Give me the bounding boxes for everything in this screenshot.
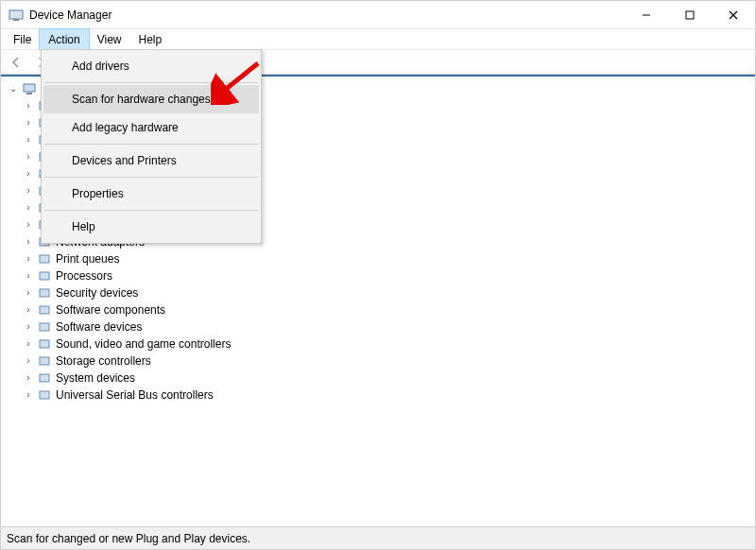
window-title: Device Manager [29, 9, 112, 22]
tree-category[interactable]: ›Universal Serial Bus controllers [3, 387, 753, 404]
expand-icon[interactable]: › [22, 216, 35, 233]
svg-rect-1 [13, 19, 19, 21]
collapse-icon[interactable]: ⌄ [7, 80, 20, 97]
statusbar: Scan for changed or new Plug and Play de… [1, 526, 755, 549]
menu-view[interactable]: View [89, 29, 130, 49]
category-label: Universal Serial Bus controllers [56, 387, 214, 404]
back-button[interactable] [5, 52, 27, 73]
menu-file[interactable]: File [5, 29, 40, 49]
category-label: Processors [56, 267, 112, 284]
expand-icon[interactable]: › [22, 284, 35, 301]
expand-icon[interactable]: › [22, 199, 35, 216]
tree-category[interactable]: ›Software components [3, 301, 753, 318]
expand-icon[interactable]: › [22, 97, 35, 114]
svg-rect-18 [40, 272, 49, 280]
status-text: Scan for changed or new Plug and Play de… [7, 532, 250, 545]
menu-separator [44, 144, 258, 145]
category-icon [37, 302, 52, 318]
action-menu-dropdown: Add driversScan for hardware changesAdd … [41, 49, 262, 244]
expand-icon[interactable]: › [22, 182, 35, 199]
svg-rect-17 [40, 255, 49, 263]
tree-category[interactable]: ›Print queues [3, 250, 753, 267]
computer-icon [22, 81, 37, 96]
svg-rect-0 [9, 10, 23, 19]
tree-category[interactable]: ›Sound, video and game controllers [3, 335, 753, 352]
tree-category[interactable]: ›Processors [3, 267, 753, 284]
category-icon [37, 319, 52, 335]
menu-item[interactable]: Scan for hardware changes [43, 85, 259, 113]
device-manager-window: Device Manager File Action View Help ⌄ .… [0, 0, 756, 550]
expand-icon[interactable]: › [22, 131, 35, 148]
category-label: Software devices [56, 318, 142, 335]
category-label: Print queues [56, 250, 119, 267]
expand-icon[interactable]: › [22, 148, 35, 165]
expand-icon[interactable]: › [22, 370, 35, 387]
expand-icon[interactable]: › [22, 250, 35, 267]
menu-separator [44, 82, 258, 83]
expand-icon[interactable]: › [22, 233, 35, 250]
svg-rect-3 [686, 11, 694, 19]
expand-icon[interactable]: › [22, 114, 35, 131]
close-button[interactable] [712, 1, 755, 28]
menu-item[interactable]: Properties [43, 180, 259, 208]
expand-icon[interactable]: › [22, 318, 35, 335]
minimize-button[interactable] [625, 1, 668, 28]
expand-icon[interactable]: › [22, 301, 35, 318]
category-label: System devices [56, 370, 135, 387]
svg-rect-7 [26, 93, 32, 95]
tree-category[interactable]: ›System devices [3, 370, 753, 387]
svg-rect-25 [40, 391, 49, 399]
menu-item[interactable]: Devices and Printers [43, 146, 259, 175]
category-icon [37, 285, 52, 301]
menu-separator [44, 177, 258, 178]
category-icon [37, 353, 52, 369]
maximize-button[interactable] [668, 1, 712, 28]
menu-item[interactable]: Add legacy hardware [43, 113, 259, 142]
svg-rect-23 [40, 357, 49, 365]
category-label: Sound, video and game controllers [56, 335, 231, 352]
svg-rect-20 [40, 306, 49, 314]
expand-icon[interactable]: › [22, 165, 35, 182]
svg-rect-22 [40, 340, 49, 348]
menu-help[interactable]: Help [130, 29, 171, 49]
tree-category[interactable]: ›Software devices [3, 318, 753, 335]
category-label: Storage controllers [56, 352, 151, 370]
svg-rect-6 [24, 84, 35, 92]
expand-icon[interactable]: › [22, 267, 35, 284]
category-icon [37, 336, 52, 352]
category-label: Security devices [56, 284, 138, 301]
expand-icon[interactable]: › [22, 387, 35, 404]
menu-item[interactable]: Help [43, 213, 259, 241]
menu-separator [44, 210, 258, 211]
svg-rect-24 [40, 374, 49, 382]
titlebar: Device Manager [1, 1, 755, 29]
window-controls [625, 1, 755, 28]
expand-icon[interactable]: › [22, 335, 35, 352]
svg-rect-19 [40, 289, 49, 297]
category-label: Software components [56, 301, 165, 318]
category-icon [37, 251, 52, 266]
category-icon [37, 370, 52, 386]
category-icon [37, 387, 52, 403]
menubar: File Action View Help [1, 29, 755, 50]
svg-rect-21 [40, 323, 49, 331]
menu-item[interactable]: Add drivers [43, 52, 259, 80]
category-icon [37, 268, 52, 284]
menu-action[interactable]: Action [40, 29, 88, 49]
tree-category[interactable]: ›Security devices [3, 284, 753, 301]
expand-icon[interactable]: › [22, 352, 35, 370]
tree-category[interactable]: ›Storage controllers [3, 352, 753, 370]
app-icon [9, 8, 24, 23]
